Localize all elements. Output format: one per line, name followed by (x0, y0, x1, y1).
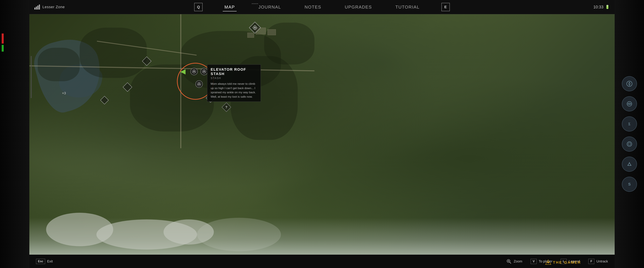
direction-arrow[interactable]: ◄ (178, 67, 187, 76)
tab-notes[interactable]: Notes (303, 4, 323, 10)
tab-journal[interactable]: Journal (257, 4, 283, 10)
marker-left-2[interactable] (124, 84, 131, 90)
nav-key-q[interactable]: Q (194, 3, 202, 11)
building-3 (247, 33, 254, 38)
hud-button-5[interactable] (622, 157, 637, 172)
tooltip-title: ELEVATOR ROOF STASH (211, 67, 257, 76)
fog-patch-1 (46, 213, 113, 246)
map-container[interactable]: ⬦ ? ◄ (29, 14, 615, 255)
zoom-icon (506, 259, 512, 264)
time: 10:33 (593, 5, 604, 9)
hud-button-3[interactable]: Σ (622, 116, 637, 131)
marker-left-1[interactable] (144, 58, 150, 64)
health-bar-red (2, 33, 4, 43)
question-marker[interactable]: ? (223, 104, 230, 111)
marker-area-1[interactable] (251, 23, 259, 32)
svg-point-3 (627, 142, 632, 146)
logo-text: THE GAMER (553, 260, 581, 265)
tab-map[interactable]: Map (223, 4, 236, 10)
fog-overlay (29, 218, 615, 255)
map-background: ⬦ ? ◄ (29, 14, 615, 255)
exit-label: Exit (47, 260, 53, 263)
tooltip-text: Mom always told me never to climb up so … (211, 82, 257, 99)
right-hud: Σ S (615, 0, 644, 268)
logo: THE GAMER (545, 260, 581, 266)
battery-icon: 🔋 (605, 5, 610, 9)
hud-button-6[interactable]: S (622, 177, 637, 192)
road-diagonal (97, 41, 197, 55)
tab-tutorial[interactable]: Tutorial (394, 4, 421, 10)
hud-button-4[interactable] (622, 137, 637, 152)
nav-key-e[interactable]: E (442, 3, 450, 11)
zoom-multiplier: ×3 (62, 91, 66, 95)
health-bar-green (2, 45, 4, 52)
fog-patch-4 (197, 218, 281, 251)
exit-action[interactable]: Esc Exit (36, 259, 53, 264)
logo-icon (545, 260, 551, 266)
fog-patch-3 (164, 220, 214, 245)
forest-6 (264, 23, 314, 64)
svg-point-23 (548, 262, 549, 263)
stash-marker-3[interactable] (196, 80, 203, 88)
hud-button-2[interactable] (622, 96, 637, 111)
f-key[interactable]: F (588, 259, 594, 264)
marker-lower-left[interactable] (102, 97, 108, 103)
map-tooltip: ELEVATOR ROOF STASH STASH Mom always tol… (207, 64, 261, 102)
svg-text:Σ: Σ (628, 122, 630, 126)
untrack-label: Untrack (596, 260, 608, 263)
bottom-bar: Esc Exit Zoom V To player L Legend F Unt… (29, 255, 615, 268)
tab-upgrades[interactable]: Upgrades (343, 4, 374, 10)
stash-marker-main[interactable] (190, 68, 198, 75)
stash-marker-2[interactable] (200, 68, 208, 75)
nav-bar: Lesser Zone Q Map Journal Notes Upgrades… (29, 0, 615, 14)
tooltip-type: STASH (211, 77, 257, 80)
zoom-label: Zoom (514, 260, 522, 263)
zoom-action[interactable]: Zoom (506, 259, 522, 264)
fog-patch-2 (96, 220, 197, 250)
time-display: 10:33 🔋 (593, 0, 610, 14)
signal-bars (34, 4, 40, 9)
svg-point-13 (194, 71, 194, 72)
svg-point-0 (627, 81, 632, 86)
esc-key[interactable]: Esc (36, 259, 45, 264)
svg-line-19 (510, 262, 511, 264)
svg-text:S: S (628, 182, 630, 186)
v-key[interactable]: V (531, 259, 537, 264)
building-2 (268, 29, 276, 35)
untrack-action[interactable]: F Untrack (588, 259, 608, 264)
left-panel (0, 0, 29, 268)
hud-button-1[interactable] (622, 76, 637, 91)
zone-label: Lesser Zone (42, 5, 65, 9)
svg-point-7 (254, 27, 256, 28)
scale-bar (31, 56, 32, 98)
svg-point-17 (198, 84, 200, 84)
svg-point-15 (204, 71, 204, 72)
health-indicators (2, 33, 4, 52)
